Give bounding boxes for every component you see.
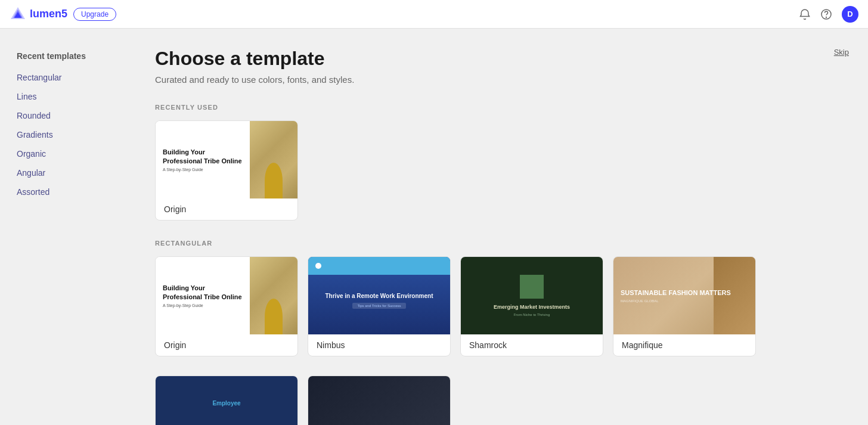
logo[interactable]: lumen5 — [10, 6, 67, 23]
sidebar-item-rectangular[interactable]: Rectangular — [10, 69, 122, 86]
sidebar: Recent templates Rectangular Lines Round… — [0, 29, 131, 425]
template-card-shamrock[interactable]: Emerging Market Investments From Niche t… — [460, 256, 603, 356]
bottom-row: Employee Employee — [155, 376, 844, 425]
template-label-magnifique: Magnifique — [613, 334, 755, 356]
thumb-origin-recent: Building Your Professional Tribe Online … — [156, 121, 297, 198]
recently-used-section: RECENTLY USED Building Your Professional… — [155, 104, 844, 221]
header-right: D — [799, 6, 858, 23]
recently-used-title: RECENTLY USED — [155, 104, 844, 111]
sidebar-item-rounded[interactable]: Rounded — [10, 107, 122, 124]
sidebar-item-angular[interactable]: Angular — [10, 165, 122, 181]
shamrock-thumb-title: Emerging Market Investments — [494, 303, 570, 311]
template-card-origin-rect[interactable]: Building Your Professional Tribe Online … — [155, 256, 298, 356]
template-thumb-magnifique: SUSTAINABLE FASHION MATTERS MAGNIFIQUE G… — [613, 257, 755, 334]
sidebar-item-assorted[interactable]: Assorted — [10, 184, 122, 200]
page-title: Choose a template — [155, 48, 844, 70]
template-label-origin-rect: Origin — [156, 334, 297, 356]
template-thumb-employee: Employee — [156, 376, 297, 425]
template-thumb-shamrock: Emerging Market Investments From Niche t… — [461, 257, 603, 334]
template-thumb-origin-recent: Building Your Professional Tribe Online … — [156, 121, 297, 198]
layout: Recent templates Rectangular Lines Round… — [0, 29, 868, 425]
main-content: Skip Choose a template Curated and ready… — [131, 29, 868, 425]
logo-icon — [10, 6, 26, 23]
sidebar-item-gradients[interactable]: Gradients — [10, 126, 122, 143]
template-card-origin-recent[interactable]: Building Your Professional Tribe Online … — [155, 120, 298, 221]
template-thumb-dark2 — [308, 376, 450, 425]
template-label-nimbus: Nimbus — [308, 334, 450, 356]
template-card-employee[interactable]: Employee Employee — [155, 376, 298, 425]
template-card-magnifique[interactable]: SUSTAINABLE FASHION MATTERS MAGNIFIQUE G… — [613, 256, 756, 356]
employee-thumb-text: Employee — [212, 400, 240, 407]
bell-icon[interactable] — [799, 8, 811, 20]
nimbus-thumb-sub: Tips and Tricks for Success — [352, 303, 405, 309]
sidebar-section-label: Recent templates — [10, 48, 122, 64]
recently-used-grid: Building Your Professional Tribe Online … — [155, 120, 844, 221]
template-label-shamrock: Shamrock — [461, 334, 603, 356]
logo-text: lumen5 — [30, 8, 67, 20]
rectangular-section: RECTANGULAR Building Your Professional T… — [155, 240, 844, 356]
template-thumb-nimbus: Thrive in a Remote Work Environment Tips… — [308, 257, 450, 334]
sidebar-item-lines[interactable]: Lines — [10, 88, 122, 105]
nimbus-thumb-title: Thrive in a Remote Work Environment — [326, 292, 433, 300]
template-thumb-origin-rect: Building Your Professional Tribe Online … — [156, 257, 297, 334]
skip-button[interactable]: Skip — [834, 48, 849, 57]
help-icon[interactable] — [820, 8, 832, 20]
rectangular-grid: Building Your Professional Tribe Online … — [155, 256, 844, 356]
header-left: lumen5 Upgrade — [10, 6, 116, 23]
template-card-nimbus[interactable]: Thrive in a Remote Work Environment Tips… — [308, 256, 451, 356]
page-subtitle: Curated and ready to use colors, fonts, … — [155, 75, 844, 85]
magnifique-thumb-title: SUSTAINABLE FASHION MATTERS — [621, 288, 731, 297]
template-label-origin-recent: Origin — [156, 198, 297, 220]
shamrock-thumb-sub: From Niche to Thriving — [514, 313, 550, 317]
rectangular-title: RECTANGULAR — [155, 240, 844, 247]
avatar[interactable]: D — [842, 6, 858, 23]
template-card-dark2[interactable] — [308, 376, 451, 425]
magnifique-thumb-brand: MAGNIFIQUE GLOBAL — [621, 299, 659, 303]
sidebar-item-organic[interactable]: Organic — [10, 145, 122, 162]
upgrade-button[interactable]: Upgrade — [73, 8, 116, 21]
svg-point-4 — [826, 17, 827, 17]
header: lumen5 Upgrade D — [0, 0, 868, 29]
